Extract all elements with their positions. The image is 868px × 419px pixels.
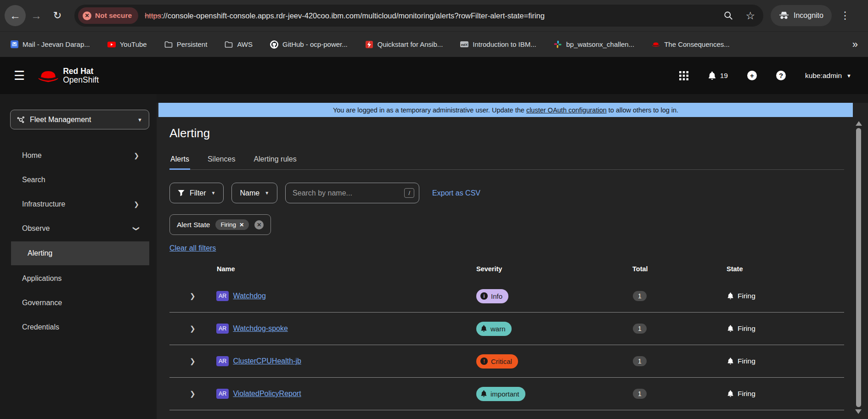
severity-badge: important: [476, 387, 525, 401]
sidebar-item-governance[interactable]: Governance: [0, 291, 157, 315]
folder-icon: [164, 40, 173, 49]
state-cell: Firing: [723, 292, 844, 300]
user-menu[interactable]: kube:admin ▼: [805, 72, 851, 80]
incognito-label: Incognito: [794, 11, 823, 20]
alert-rule-badge: AR: [216, 356, 229, 366]
total-badge: 1: [633, 389, 647, 399]
severity-badge: warn: [476, 322, 512, 336]
alerts-table: Name Severity Total State ❯ AR Watchdog …: [169, 265, 844, 410]
perspective-switcher[interactable]: Fleet Management ▼: [10, 110, 149, 129]
state-cell: Firing: [723, 357, 844, 365]
bookmarks-bar: Mail - Jeevan Darap... YouTube Persisten…: [0, 31, 868, 57]
expand-row-icon[interactable]: ❯: [169, 357, 214, 365]
alert-rule-badge: AR: [216, 324, 229, 334]
scrollbar-thumb[interactable]: [856, 128, 861, 407]
bookmark-youtube[interactable]: YouTube: [107, 40, 147, 49]
brand-line1: Red Hat: [63, 67, 99, 76]
remove-chip-icon[interactable]: ✕: [239, 222, 244, 228]
lightning-icon: [365, 40, 373, 49]
main-content: You are logged in as a temporary adminis…: [157, 94, 868, 419]
address-bar[interactable]: ✕ Not secure https://console-openshift-c…: [74, 5, 763, 27]
alert-link[interactable]: ViolatedPolicyReport: [233, 390, 301, 398]
svg-text:edX: edX: [461, 43, 468, 47]
back-button[interactable]: ←: [5, 5, 26, 26]
scroll-down-icon[interactable]: [855, 409, 862, 417]
bookmark-star-icon[interactable]: ☆: [745, 10, 755, 22]
scroll-up-icon[interactable]: [856, 118, 862, 126]
top-strip: [157, 94, 868, 103]
alert-link[interactable]: Watchdog: [233, 292, 265, 300]
info-icon: i: [480, 292, 488, 300]
alert-link[interactable]: ClusterCPUHealth-jb: [233, 357, 301, 365]
redhat-openshift-logo: Red HatOpenShift: [38, 67, 99, 84]
filter-funnel-icon: [178, 190, 185, 196]
bookmark-mail[interactable]: Mail - Jeevan Darap...: [10, 40, 90, 49]
chevron-down-icon: ▼: [211, 190, 216, 196]
sidebar-item-observe[interactable]: Observe ❯: [0, 216, 157, 240]
nav-toggle-icon[interactable]: ☰: [14, 68, 25, 83]
alert-rule-badge: AR: [216, 389, 229, 399]
expand-row-icon[interactable]: ❯: [169, 390, 214, 398]
search-zoom-icon[interactable]: [723, 11, 733, 21]
reload-button[interactable]: ↻: [47, 5, 68, 26]
not-secure-label: Not secure: [95, 11, 132, 20]
expand-row-icon[interactable]: ❯: [169, 292, 214, 300]
search-box[interactable]: /: [285, 183, 419, 203]
import-plus-button[interactable]: +: [747, 71, 757, 80]
bookmarks-overflow-icon[interactable]: »: [852, 39, 858, 50]
tab-silences[interactable]: Silences: [207, 155, 236, 169]
alert-rule-badge: AR: [216, 291, 229, 301]
sidebar-item-infrastructure[interactable]: Infrastructure ❯: [0, 192, 157, 216]
help-button[interactable]: ?: [776, 71, 786, 80]
name-dropdown[interactable]: Name ▼: [231, 183, 277, 203]
perspective-label: Fleet Management: [30, 116, 91, 124]
scrollbar[interactable]: [855, 118, 862, 419]
table-row: ❯ AR Watchdog-spoke warn 1: [169, 313, 844, 345]
app-launcher-icon[interactable]: [679, 71, 688, 80]
bookmark-github[interactable]: GitHub - ocp-power...: [270, 40, 348, 49]
sidebar-item-home[interactable]: Home ❯: [0, 143, 157, 168]
browser-menu-icon[interactable]: ⋮: [836, 10, 854, 22]
browser-toolbar: ← → ↻ ✕ Not secure https://console-opens…: [0, 0, 868, 31]
bookmark-quickstart[interactable]: Quickstart for Ansib...: [365, 40, 443, 49]
bookmark-edx[interactable]: edX Introduction to IBM...: [460, 40, 536, 49]
bell-icon: [708, 71, 716, 80]
filter-toolbar: Filter ▼ Name ▼ / Export as CSV: [169, 183, 868, 203]
table-row: ❯ AR ClusterCPUHealth-jb ! Critical 1: [169, 345, 844, 378]
sidebar-item-credentials[interactable]: Credentials: [0, 315, 157, 339]
notifications-button[interactable]: 19: [708, 71, 728, 80]
alert-link[interactable]: Watchdog-spoke: [233, 324, 287, 333]
exclamation-icon: !: [480, 358, 488, 365]
sidebar-item-alerting[interactable]: Alerting: [11, 241, 149, 265]
page-title: Alerting: [169, 126, 868, 140]
slack-icon: [554, 40, 562, 49]
bookmark-aws[interactable]: AWS: [225, 40, 253, 49]
sidebar-item-search[interactable]: Search: [0, 168, 157, 192]
table-row: ❯ AR ViolatedPolicyReport important 1: [169, 378, 844, 410]
oauth-config-link[interactable]: cluster OAuth configuration: [526, 106, 607, 114]
tab-alerting-rules[interactable]: Alerting rules: [253, 155, 297, 169]
clear-all-filters-link[interactable]: Clear all filters: [169, 244, 216, 252]
bookmark-persistent[interactable]: Persistent: [164, 40, 208, 49]
tab-alerts[interactable]: Alerts: [169, 155, 190, 169]
incognito-icon: [779, 11, 789, 20]
table-header: Name Severity Total State: [169, 265, 844, 280]
forward-button[interactable]: →: [26, 5, 47, 26]
filter-dropdown[interactable]: Filter ▼: [169, 183, 224, 203]
bookmark-consequences[interactable]: The Consequences...: [652, 40, 730, 49]
not-secure-badge[interactable]: ✕ Not secure: [78, 7, 138, 24]
notification-count: 19: [720, 72, 728, 80]
fleet-management-icon: [17, 116, 25, 123]
url-text[interactable]: https://console-openshift-console.apps.r…: [145, 11, 545, 20]
chevron-down-icon: ▼: [846, 73, 851, 78]
clear-chip-group-icon[interactable]: ✕: [254, 220, 264, 229]
export-csv-link[interactable]: Export as CSV: [432, 189, 480, 197]
bell-icon: [727, 325, 734, 332]
firing-chip[interactable]: Firing ✕: [215, 219, 249, 230]
sidebar-item-applications[interactable]: Applications: [0, 266, 157, 291]
search-input[interactable]: [293, 189, 404, 197]
total-badge: 1: [633, 291, 647, 301]
chip-group-label: Alert State: [177, 221, 210, 229]
bookmark-watsonx[interactable]: bp_watsonx_challen...: [554, 40, 634, 49]
expand-row-icon[interactable]: ❯: [169, 324, 214, 333]
